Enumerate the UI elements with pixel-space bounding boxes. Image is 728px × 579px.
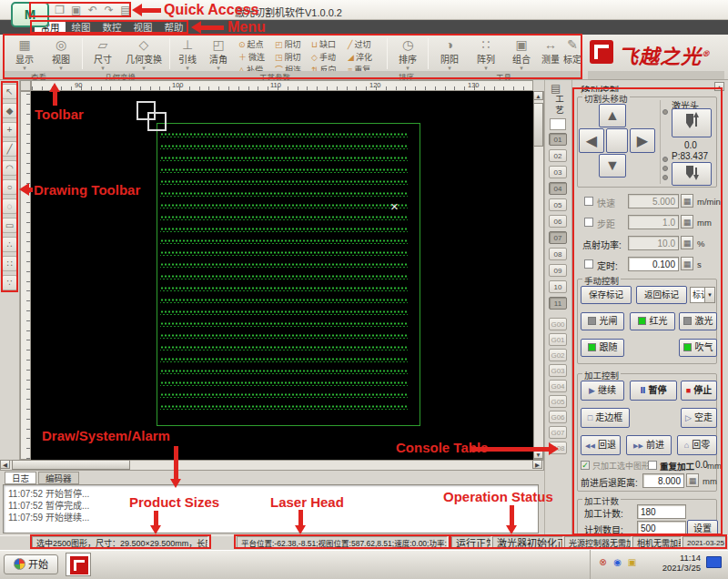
layer-05[interactable]: 05	[549, 198, 567, 211]
gcode-g05[interactable]: G05	[549, 395, 567, 408]
lead-line-button[interactable]: ⊥ 引线▾	[173, 37, 202, 70]
log-list[interactable]: 11:07:52 开始暂停... 11:07:52 暂停完成... 11:07:…	[3, 484, 539, 533]
shutter-button[interactable]: 光闸	[581, 312, 624, 330]
fast-checkbox[interactable]	[584, 197, 593, 206]
jog-center-button[interactable]	[606, 128, 628, 153]
save-mark-button[interactable]: 保存标记	[581, 286, 632, 304]
taskbar-app-button[interactable]	[66, 553, 91, 576]
tab-help[interactable]: 帮助	[158, 21, 189, 35]
follow-button[interactable]: 跟随	[581, 339, 624, 357]
keypad-icon[interactable]: ▦	[686, 473, 699, 487]
language-flag-icon[interactable]	[706, 556, 722, 568]
clean-corner-button[interactable]: ◰ 清角▾	[204, 37, 233, 70]
tab-encoder[interactable]: 编码器	[38, 472, 79, 484]
canvas-horizontal-scrollbar[interactable]: ◀ ▶	[0, 460, 544, 471]
gcode-g06[interactable]: G06	[549, 411, 567, 423]
save-icon[interactable]: ▣	[69, 4, 83, 17]
jog-up-button[interactable]: ▲	[599, 104, 626, 127]
array-tool-2[interactable]: ∷	[2, 256, 17, 271]
gcode-g03[interactable]: G03	[549, 364, 567, 377]
timer-input[interactable]: 0.100	[628, 257, 679, 271]
red-light-button[interactable]: 红光	[630, 312, 675, 330]
point-tool[interactable]: +	[2, 122, 17, 137]
step-distance-input[interactable]: 8.000	[642, 473, 684, 488]
gcode-g04[interactable]: G04	[549, 380, 567, 392]
layer-08[interactable]: 08	[549, 248, 567, 260]
keypad-icon[interactable]: ▦	[681, 215, 693, 229]
gcode-g07[interactable]: G07	[549, 426, 567, 439]
keypad-icon[interactable]: ▦	[681, 236, 693, 249]
tab-cnc[interactable]: 数控	[96, 21, 127, 35]
micro-joint-button[interactable]: ＋微连	[238, 51, 265, 63]
ellipse-tool[interactable]: ◌	[2, 198, 17, 214]
return-mark-button[interactable]: 返回标记	[636, 286, 687, 304]
jog-right-button[interactable]: ▶	[630, 128, 655, 153]
scroll-right-icon[interactable]: ▶	[532, 460, 542, 469]
female-cut-button[interactable]: ◳阴切	[275, 51, 301, 63]
fast-input[interactable]: 5.000	[628, 194, 679, 208]
geometry-button[interactable]: ◇ 几何变换▾	[120, 37, 167, 70]
print-icon[interactable]: ▤	[118, 4, 132, 17]
color-swatch[interactable]	[550, 118, 566, 130]
layer-11[interactable]: 11	[549, 297, 567, 310]
backward-button[interactable]: ◀◀回退	[581, 435, 621, 455]
gcode-g02[interactable]: G02	[549, 349, 567, 361]
array-tool-1[interactable]: ∴	[2, 237, 17, 252]
mark-select[interactable]: 标记1 ▼	[690, 287, 715, 303]
start-button[interactable]: 开始	[4, 554, 58, 574]
pause-button[interactable]: Ⅱ暂停	[630, 381, 677, 401]
laser-button[interactable]: 激光	[679, 312, 717, 330]
only-selected-checkbox[interactable]: ✓	[581, 461, 590, 470]
jog-down-button[interactable]: ▼	[599, 154, 626, 178]
panel-scroll-up-icon[interactable]: ▲	[714, 82, 724, 91]
size-button[interactable]: ▱ 尺寸▾	[86, 37, 119, 70]
view-button[interactable]: ◎ 视图▾	[44, 37, 78, 70]
lock-icon[interactable]: ▣	[626, 556, 638, 568]
gcode-g08[interactable]: G08	[549, 442, 567, 454]
burst-power-input[interactable]: 10.0	[628, 236, 679, 250]
layer-09[interactable]: 09	[549, 264, 567, 277]
undo-icon[interactable]: ↶	[86, 4, 99, 17]
laser-head-down-button[interactable]	[672, 162, 712, 186]
repeat-checkbox[interactable]	[648, 461, 657, 470]
measure-button[interactable]: ↔ 测量	[539, 37, 562, 70]
manual-button[interactable]: ◇手动	[311, 51, 336, 63]
layer-02[interactable]: 02	[549, 149, 567, 162]
taskbar-clock[interactable]: 11:142021/3/25	[648, 553, 701, 573]
forward-button[interactable]: ▶▶前进	[626, 435, 672, 455]
redo-icon[interactable]: ↷	[102, 4, 116, 17]
combine-button[interactable]: ▣ 组合▾	[506, 37, 537, 70]
fill-tool[interactable]: ◆	[2, 103, 17, 118]
laser-head-up-button[interactable]	[672, 108, 712, 137]
layer-10[interactable]: 10	[549, 280, 567, 293]
sort-button[interactable]: ◷ 排序▾	[391, 37, 424, 70]
keypad-icon[interactable]: ▦	[681, 194, 693, 208]
layer-01[interactable]: 01	[549, 133, 567, 146]
step-checkbox[interactable]	[584, 218, 593, 227]
layer-07[interactable]: 07	[549, 231, 567, 244]
select-tool[interactable]: ↖	[2, 84, 17, 99]
scroll-up-icon[interactable]: ▲	[533, 91, 543, 100]
qa-dropdown-icon[interactable]: ▾	[135, 4, 148, 17]
plan-input[interactable]: 500	[637, 521, 686, 535]
drawing-canvas[interactable]: ×	[31, 91, 533, 460]
timer-checkbox[interactable]	[584, 259, 593, 269]
blow-button[interactable]: 吹气	[679, 339, 717, 357]
line-tool[interactable]: ╱	[2, 141, 17, 157]
vscroll-thumb[interactable]	[533, 103, 543, 147]
hscroll-thumb[interactable]	[12, 460, 130, 470]
stop-button[interactable]: ■停止	[681, 381, 717, 401]
circle-tool[interactable]: ○	[2, 179, 17, 195]
jog-left-button[interactable]: ◀	[579, 128, 604, 153]
count-input[interactable]: 180	[637, 504, 686, 519]
frame-button[interactable]: □走边框	[581, 408, 630, 428]
step-input[interactable]: 1.0	[628, 215, 679, 229]
layer-03[interactable]: 03	[549, 166, 567, 178]
array-tool-3[interactable]: ∵	[2, 275, 17, 290]
layer-06[interactable]: 06	[549, 215, 567, 228]
arc-tool[interactable]: ◠	[2, 160, 17, 176]
overcut-button[interactable]: ╱过切	[348, 38, 370, 50]
layer-04[interactable]: 04	[549, 182, 567, 195]
open-file-icon[interactable]: ❐	[53, 4, 66, 17]
select-dropdown-icon[interactable]: ▼	[704, 288, 714, 302]
